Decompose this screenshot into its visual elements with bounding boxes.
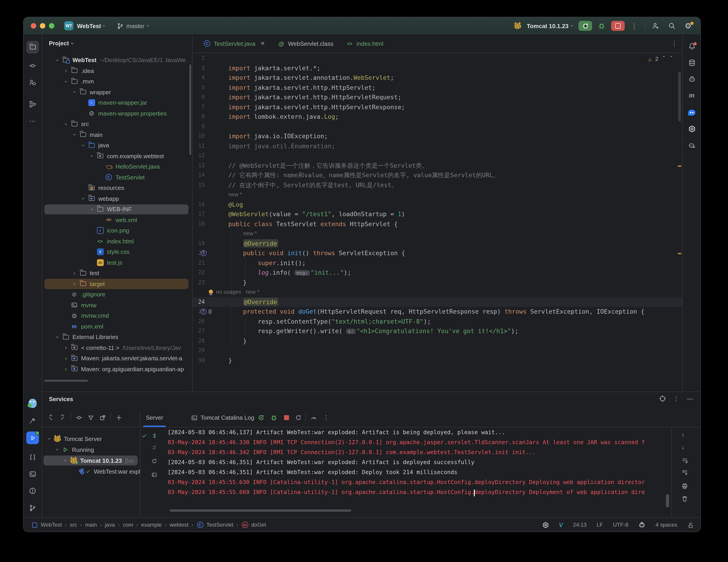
jump-to-deployed-button[interactable] [151,433,157,439]
breadcrumb-example[interactable]: example [141,522,162,528]
tab-testservlet-java[interactable]: CTestServlet.java✕ [197,34,271,53]
code-area[interactable]: ⚠2ˆˇ23import jakarta.servlet.*;4import j… [193,53,682,392]
tab-webservlet-class[interactable]: @WebServlet.class [271,34,340,53]
filter-button[interactable] [85,412,96,423]
statusbar-24-13-widget[interactable]: 24:13 [573,522,587,528]
debug-server-button[interactable] [268,412,279,423]
tree-item-com.example.webtest[interactable]: ›com.example.webtest [42,151,192,161]
open-console-button[interactable] [151,472,157,478]
statusbar-utf-8-widget[interactable]: UTF-8 [613,522,628,528]
codegpt-button[interactable] [685,139,698,151]
services-tab-tomcat-catalina-log[interactable]: Tomcat Catalina Log [191,408,254,427]
project-vertical-scrollbar[interactable] [189,64,191,155]
refresh-deploy-button[interactable] [293,412,304,423]
tree-item-helloservlet.java[interactable]: HelloServlet.java [42,161,192,172]
chat-button[interactable] [685,106,698,119]
group-by-button[interactable] [73,412,84,423]
tree-item-src[interactable]: ›src [42,119,192,129]
tree-item-maven-wrapper.properties[interactable]: ⚙maven-wrapper.properties [42,108,192,119]
notifications-bell-button[interactable] [685,40,698,53]
services-kebab-button[interactable]: ⋮ [673,395,680,402]
stop-button[interactable] [611,21,625,31]
breadcrumb-testservlet[interactable]: CTestServlet [196,522,233,528]
search-button[interactable] [665,21,679,31]
console-output[interactable]: [2024-05-03 06:45:46,137] Artifact WebTe… [168,427,670,518]
database-button[interactable] [685,56,698,69]
tree-item-webtest[interactable]: ›WebTest~/Desktop/CS/JavaEE/1 JavaWe [42,55,192,65]
tree-item-test.js[interactable]: JStest.js [42,257,192,268]
open-in-new-button[interactable] [97,412,108,423]
statusbar-robot-widget[interactable] [638,521,646,528]
tree-item--corretto-11-[interactable]: ›< corretto-11 >/Users/eve/Library/Jav [42,343,192,353]
tree-item-web.xml[interactable]: </>web.xml [42,214,192,225]
scroll-to-end-button[interactable] [681,469,688,476]
services-item-running[interactable]: ›Running [42,444,140,455]
services-item-webtest-war-exploded[interactable]: WebTest:war exploded [42,466,140,477]
maven-button[interactable]: m [685,89,698,101]
tree-item-.mvn[interactable]: ›.mvn [42,76,192,87]
statusbar-4-spaces-widget[interactable]: 4 spaces [656,522,677,528]
tree-item-maven-wrapper.jar[interactable]: ≡maven-wrapper.jar [42,97,192,108]
build-hammer-button[interactable] [26,414,39,427]
tree-item-.idea[interactable]: ›.idea [42,65,192,76]
add-user-button[interactable] [649,21,662,31]
tree-item-maven-org.apiguardian-apiguardian-ap[interactable]: ›Maven: org.apiguardian:apiguardian-ap [42,364,192,374]
statusbar-openai-widget[interactable] [542,521,549,528]
git-branch-button[interactable] [26,502,39,514]
services-item-tomcat-10.1.23[interactable]: ›Tomcat 10.1.23[loc [42,455,140,466]
collapse-all-button[interactable] [57,412,68,423]
soft-wrap-button[interactable] [681,457,688,464]
overriding-method-icon[interactable]: ↑ [201,309,207,315]
settings-button[interactable]: ⚙ [681,21,695,31]
reload-changes-button[interactable] [151,458,157,464]
tree-item-webapp[interactable]: ›webapp [42,193,192,204]
tree-item-external-libraries[interactable]: ›External Libraries [42,332,192,343]
tree-item-pom.xml[interactable]: mpom.xml [42,321,192,332]
breadcrumb-webtest[interactable]: webtest [170,522,188,528]
tree-item-target[interactable]: ›target [42,278,192,289]
openai-button[interactable] [685,122,698,135]
project-folder-button[interactable] [26,41,39,53]
scroll-up-button[interactable]: ↑ [681,431,685,439]
tree-item-style.css[interactable]: 3style.css [42,246,192,257]
breadcrumb-webtest[interactable]: WebTest [31,522,62,528]
add-service-button[interactable] [113,412,124,423]
tree-item-mvnw.cmd[interactable]: ⚙mvnw.cmd [42,311,192,321]
deployment-dashboard-button[interactable] [308,412,319,423]
statusbar-v-proxy-widget[interactable]: V [559,521,563,528]
bookmarks-brackets-button[interactable]: [ ] [26,451,39,463]
tree-item-main[interactable]: ›main [42,129,192,140]
commit-button[interactable] [26,59,39,72]
gopher-plugin-button[interactable] [26,397,39,410]
tree-item-mvnw[interactable]: mvnw [42,300,192,311]
clear-all-button[interactable] [681,495,688,502]
breadcrumb-src[interactable]: src [70,522,77,528]
stop-server-button[interactable] [281,412,292,423]
editor-scrollbar-thumb[interactable] [678,72,681,121]
structure-button[interactable] [26,98,39,111]
services-item-tomcat-server[interactable]: ›Tomcat Server [42,433,140,444]
console-vertical-scrollbar[interactable] [666,495,669,507]
terminal-button[interactable] [26,468,39,480]
rerun-server-button[interactable] [256,412,266,423]
print-button[interactable] [681,483,688,490]
breadcrumb-doget[interactable]: mdoGet [241,522,266,528]
expand-all-button[interactable] [45,412,56,423]
tab-index-html[interactable]: <>index.html [340,34,390,53]
breadcrumb-main[interactable]: main [85,522,97,528]
swap-output-button[interactable] [151,445,157,451]
tree-item-wrapper[interactable]: ›wrapper [42,87,192,97]
scroll-down-button[interactable]: ↓ [681,443,685,451]
breadcrumb-java[interactable]: java [105,522,115,528]
float-window-button[interactable] [659,395,666,402]
statusbar-lf-widget[interactable]: LF [597,522,603,528]
deploy-success-check-button[interactable] [141,433,147,439]
ai-assistant-button[interactable] [685,72,698,85]
close-button[interactable] [31,23,36,29]
minimize-button[interactable] [40,23,45,29]
tree-item-test[interactable]: ›test [42,268,192,278]
hide-panel-button[interactable]: — [687,395,693,402]
overriding-method-icon[interactable]: ↑ [201,250,207,256]
project-horizontal-scrollbar[interactable] [44,380,88,382]
tree-item-resources[interactable]: resources [42,183,192,193]
